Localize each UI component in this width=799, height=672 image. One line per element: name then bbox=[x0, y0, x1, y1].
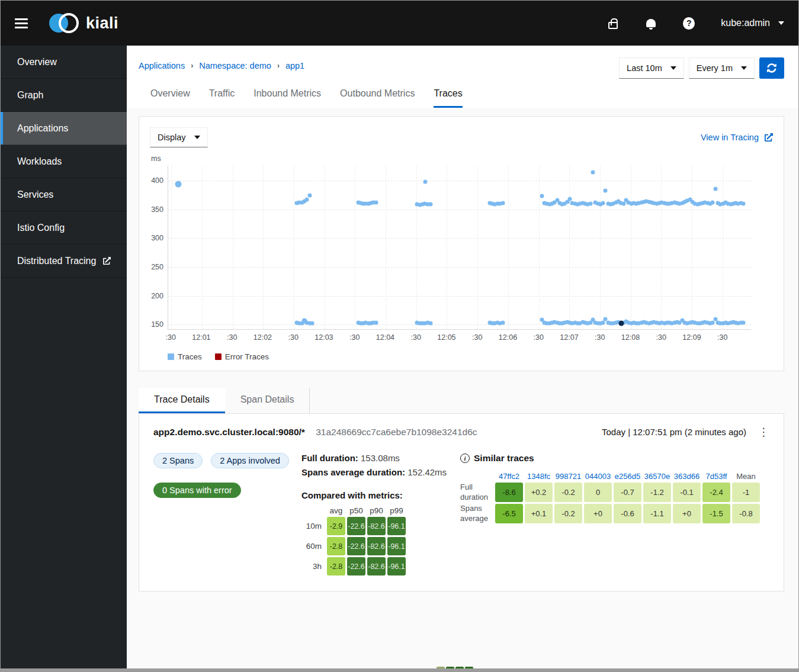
refresh-button[interactable] bbox=[759, 57, 784, 79]
kebab-menu-icon[interactable]: ⋮ bbox=[758, 428, 769, 436]
sidebar-item-istio-config[interactable]: Istio Config bbox=[1, 211, 127, 245]
bell-icon[interactable] bbox=[645, 17, 657, 29]
trace-dot[interactable] bbox=[374, 201, 378, 205]
masthead: kiali ? kube:admin bbox=[1, 1, 798, 46]
refresh-interval-value: Every 1m bbox=[697, 63, 733, 73]
sidebar-item-services[interactable]: Services bbox=[1, 178, 127, 211]
metric-cell: -22.6 bbox=[347, 537, 365, 555]
legend-item-error-traces[interactable]: Error Traces bbox=[215, 352, 269, 361]
compared-heading: Compared with metrics: bbox=[301, 490, 460, 500]
kiali-logo: kiali bbox=[49, 13, 118, 33]
trace-dot[interactable] bbox=[711, 201, 715, 205]
refresh-interval-select[interactable]: Every 1m bbox=[689, 57, 755, 79]
sidebar-item-overview[interactable]: Overview bbox=[1, 46, 127, 79]
trace-dot[interactable] bbox=[601, 321, 605, 325]
chevron-down-icon bbox=[741, 66, 747, 70]
similar-trace-link-1348fc[interactable]: 1348fc bbox=[525, 472, 553, 481]
trace-dot[interactable] bbox=[305, 198, 309, 202]
trace-dot[interactable] bbox=[713, 187, 717, 191]
tab-outbound-metrics[interactable]: Outbound Metrics bbox=[340, 82, 415, 108]
breadcrumb-link-applications[interactable]: Applications bbox=[139, 61, 185, 70]
trace-dot[interactable] bbox=[310, 321, 314, 326]
trace-dot[interactable] bbox=[742, 202, 746, 206]
y-tick-label: 400 bbox=[151, 176, 163, 185]
similar-trace-link-998721[interactable]: 998721 bbox=[554, 472, 582, 481]
similar-trace-link-363d66[interactable]: 363d66 bbox=[673, 472, 701, 481]
similar-traces-column: i Similar traces 47ffc21348fc99872104400… bbox=[460, 453, 769, 575]
traces-scatter-plot[interactable]: 150200250300350400 bbox=[168, 165, 751, 330]
trace-dot[interactable] bbox=[591, 170, 595, 174]
similar-trace-link-47ffc2[interactable]: 47ffc2 bbox=[495, 472, 523, 481]
trace-dot[interactable] bbox=[501, 201, 505, 205]
user-name: kube:admin bbox=[721, 18, 770, 28]
chart-legend: TracesError Traces bbox=[168, 352, 773, 361]
similar-trace-link-mean: Mean bbox=[732, 472, 760, 481]
display-select[interactable]: Display bbox=[150, 127, 208, 147]
sidebar-item-workloads[interactable]: Workloads bbox=[1, 145, 127, 178]
similar-trace-link-044003[interactable]: 044003 bbox=[584, 472, 612, 481]
similar-cell: -0.6 bbox=[614, 504, 641, 523]
tab-overview[interactable]: Overview bbox=[150, 82, 190, 108]
tab-inbound-metrics[interactable]: Inbound Metrics bbox=[254, 82, 321, 108]
similar-trace-link-7d53ff[interactable]: 7d53ff bbox=[702, 472, 730, 481]
tab-traces[interactable]: Traces bbox=[434, 82, 462, 108]
trace-dot[interactable] bbox=[501, 321, 505, 325]
info-icon: i bbox=[460, 454, 470, 463]
similar-cell: +0 bbox=[673, 504, 701, 523]
legend-label: Traces bbox=[178, 352, 202, 361]
x-gridline bbox=[723, 165, 723, 329]
lock-icon[interactable] bbox=[607, 17, 619, 29]
x-tick-label: 12:05 bbox=[437, 333, 455, 342]
x-tick-label: :30 bbox=[595, 333, 605, 342]
similar-cell: -0.1 bbox=[673, 483, 701, 502]
x-gridline bbox=[386, 165, 386, 329]
y-gridline: 400 bbox=[168, 181, 751, 181]
badge-2-apps-involved: 2 Apps involved bbox=[211, 453, 289, 468]
trace-dot[interactable] bbox=[428, 202, 432, 207]
legend-item-traces[interactable]: Traces bbox=[168, 352, 202, 361]
trace-dot[interactable] bbox=[711, 321, 715, 325]
sidebar-item-graph[interactable]: Graph bbox=[1, 79, 127, 112]
trace-dot[interactable] bbox=[423, 180, 428, 184]
time-toolbar: Last 10m Every 1m bbox=[619, 57, 784, 79]
user-menu[interactable]: kube:admin bbox=[721, 18, 784, 28]
trace-durations-column: Full duration: 153.08ms Spans average du… bbox=[301, 453, 460, 575]
similar-trace-link-e256d5[interactable]: e256d5 bbox=[614, 472, 641, 481]
x-gridline bbox=[202, 165, 203, 329]
selected-trace-dot[interactable] bbox=[619, 321, 624, 326]
tab-span-details[interactable]: Span Details bbox=[225, 388, 310, 413]
help-icon[interactable]: ? bbox=[683, 17, 695, 29]
x-gridline bbox=[661, 165, 662, 329]
trace-dot[interactable] bbox=[428, 321, 432, 326]
trace-dot[interactable] bbox=[601, 201, 605, 205]
breadcrumb-link-namespace-demo[interactable]: Namespace: demo bbox=[199, 61, 271, 70]
breadcrumb-separator: › bbox=[277, 62, 280, 70]
view-in-tracing-link[interactable]: View in Tracing bbox=[701, 133, 773, 142]
sidebar-item-applications[interactable]: Applications bbox=[1, 112, 127, 145]
metric-cell: -2.9 bbox=[327, 517, 345, 535]
trace-dot[interactable] bbox=[604, 188, 608, 192]
trace-dot[interactable] bbox=[588, 202, 592, 206]
trace-dot[interactable] bbox=[374, 321, 378, 325]
metric-cell: -96.1 bbox=[387, 517, 406, 535]
sidebar-item-label: Graph bbox=[17, 90, 43, 101]
legend-label: Error Traces bbox=[225, 352, 269, 361]
metrics-col-p50: p50 bbox=[347, 506, 365, 515]
similar-row-label: Fullduration bbox=[460, 483, 493, 502]
trace-dot[interactable] bbox=[540, 194, 544, 198]
trace-dot[interactable] bbox=[175, 181, 182, 188]
trace-dot[interactable] bbox=[307, 193, 312, 197]
x-gridline bbox=[631, 165, 631, 329]
nav-toggle-icon[interactable] bbox=[15, 18, 28, 28]
breadcrumb-separator: › bbox=[191, 62, 193, 70]
tab-trace-details[interactable]: Trace Details bbox=[139, 388, 225, 413]
sidebar-item-distributed-tracing[interactable]: Distributed Tracing bbox=[1, 245, 127, 278]
x-tick-label: :30 bbox=[349, 333, 360, 342]
metric-cell: -82.6 bbox=[367, 557, 386, 575]
breadcrumb-link-app1[interactable]: app1 bbox=[285, 61, 304, 70]
x-gridline bbox=[692, 165, 692, 329]
similar-trace-link-36570e[interactable]: 36570e bbox=[643, 472, 671, 481]
duration-select[interactable]: Last 10m bbox=[619, 57, 684, 79]
tab-traffic[interactable]: Traffic bbox=[209, 82, 235, 108]
trace-dot[interactable] bbox=[742, 321, 746, 325]
